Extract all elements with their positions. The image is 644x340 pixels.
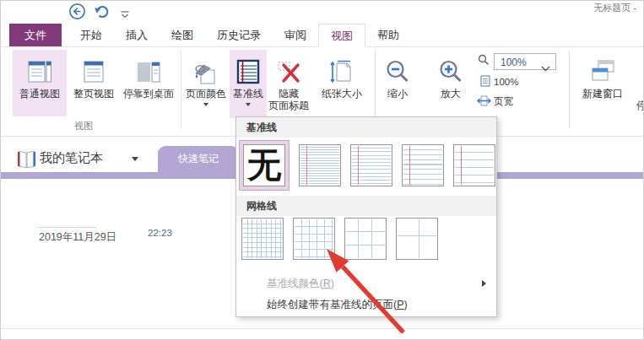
dock-to-desktop-button[interactable]: 停靠到桌面 [121, 50, 176, 116]
tab-help[interactable]: 帮助 [365, 24, 411, 46]
tab-insert[interactable]: 插入 [114, 24, 160, 46]
rule-lines-label: 基准线 [230, 88, 267, 100]
notebook-dropdown-caret-icon[interactable] [132, 157, 138, 161]
rule-lines-dropdown-arrow-icon[interactable] [246, 103, 251, 106]
rule-lines-section-header: 基准线 [236, 117, 496, 138]
page-color-icon [184, 53, 228, 85]
customize-qat-chevron-icon[interactable] [120, 8, 130, 23]
back-icon[interactable] [68, 3, 86, 24]
hide-page-title-label: 隐藏页面标题 [263, 88, 314, 111]
grid-lines-section-header: 网格线 [236, 196, 496, 216]
zoom-out-label: 缩小 [377, 88, 418, 100]
tab-view[interactable]: 视图 [318, 24, 365, 47]
paper-size-button[interactable]: 纸张大小 [317, 50, 366, 116]
rule-lines-dropdown-menu: 基准线 无 网格线 基准线颜色(R) 始终创建带有基准线的页面(P) [235, 116, 497, 317]
group-separator [181, 50, 181, 129]
new-docked-window-button[interactable]: 新建停靠窗口 [631, 50, 644, 116]
group-separator [569, 50, 570, 129]
section-tab-quick-notes[interactable]: 快速笔记 [158, 146, 239, 172]
quick-access-toolbar [1, 1, 643, 23]
zoom-in-label: 放大 [430, 88, 471, 100]
rule-thumb-college-ruled[interactable] [350, 144, 392, 186]
full-page-view-button[interactable]: 整页视图 [68, 50, 119, 116]
views-group-label: 视图 [50, 120, 117, 132]
zoom-out-button[interactable]: 缩小 [377, 50, 418, 116]
rule-thumb-standard-ruled[interactable] [402, 144, 444, 186]
page-color-label: 页面颜色 [184, 88, 228, 100]
new-docked-window-icon [631, 53, 644, 85]
zoom-level-combobox[interactable]: 100% [494, 53, 556, 70]
rule-lines-gallery: 无 [239, 140, 495, 191]
submenu-arrow-icon [482, 280, 486, 287]
full-page-view-label: 整页视图 [68, 88, 119, 100]
page-title-underline [37, 227, 96, 228]
menu-item-always-create-rule-lines[interactable]: 始终创建带有基准线的页面(P) [236, 294, 496, 315]
zoom-out-icon [377, 53, 418, 85]
normal-view-button[interactable]: 普通视图 [13, 50, 67, 116]
notebook-title[interactable]: 我的笔记本 [40, 150, 103, 166]
new-window-label: 新建窗口 [576, 88, 629, 100]
onenote-window: 无标题页 - 文件 开始 插入 绘图 历史记录 审阅 视图 帮助 普通视图 整页… [0, 0, 644, 340]
hide-page-title-button[interactable]: 隐藏页面标题 [263, 50, 314, 116]
tab-home[interactable]: 开始 [68, 24, 114, 46]
full-page-view-icon [68, 53, 119, 85]
tab-file[interactable]: 文件 [9, 24, 62, 46]
tab-review[interactable]: 审阅 [273, 24, 318, 46]
normal-view-label: 普通视图 [13, 88, 67, 100]
page-date: 2019年11月29日 [39, 230, 116, 245]
grid-thumb-very-large[interactable] [396, 218, 438, 260]
normal-view-icon [13, 53, 67, 85]
rule-lines-icon [230, 53, 267, 85]
tab-draw[interactable]: 绘图 [160, 24, 205, 46]
menu-item-rule-line-color: 基准线颜色(R) [236, 273, 496, 294]
hide-page-title-icon [263, 53, 314, 85]
paper-size-icon [317, 53, 366, 85]
tab-history[interactable]: 历史记录 [205, 24, 273, 46]
rule-thumb-none-selected[interactable]: 无 [239, 140, 290, 191]
dock-to-desktop-icon [121, 53, 176, 85]
page-time: 22:23 [148, 228, 172, 238]
canvas-bottom-border [1, 328, 643, 329]
dock-to-desktop-label: 停靠到桌面 [121, 88, 176, 100]
grid-thumb-large[interactable] [344, 218, 387, 260]
rule-thumb-narrow-ruled[interactable] [299, 144, 341, 186]
zoom-100-button[interactable]: 100% [480, 75, 518, 89]
paper-size-label: 纸张大小 [317, 88, 366, 100]
page-title-top: 无标题页 - [593, 2, 636, 14]
ribbon-tab-bar: 文件 开始 插入 绘图 历史记录 审阅 视图 帮助 [1, 24, 643, 47]
rule-lines-button[interactable]: 基准线 [230, 50, 267, 118]
new-docked-window-label: 新建停靠窗口 [631, 88, 644, 111]
page-color-dropdown-arrow-icon[interactable] [203, 103, 208, 106]
grid-thumb-small[interactable] [241, 218, 284, 260]
zoom-in-button[interactable]: 放大 [430, 50, 471, 116]
zoom-combo-value: 100% [501, 57, 527, 68]
rule-thumb-none[interactable]: 无 [243, 144, 285, 186]
grid-lines-gallery [241, 218, 438, 260]
rule-thumb-wide-ruled[interactable] [453, 144, 495, 186]
notebook-icon [16, 150, 37, 171]
new-window-icon [576, 53, 629, 85]
chevron-down-icon[interactable] [541, 60, 550, 77]
page-width-button[interactable]: 页宽 [477, 95, 513, 108]
undo-icon[interactable] [94, 4, 109, 22]
search-zoom-icon [478, 54, 490, 69]
new-window-button[interactable]: 新建窗口 [576, 50, 629, 116]
zoom-in-icon [430, 53, 471, 85]
page-color-button[interactable]: 页面颜色 [184, 50, 228, 116]
grid-thumb-medium[interactable] [293, 218, 335, 260]
